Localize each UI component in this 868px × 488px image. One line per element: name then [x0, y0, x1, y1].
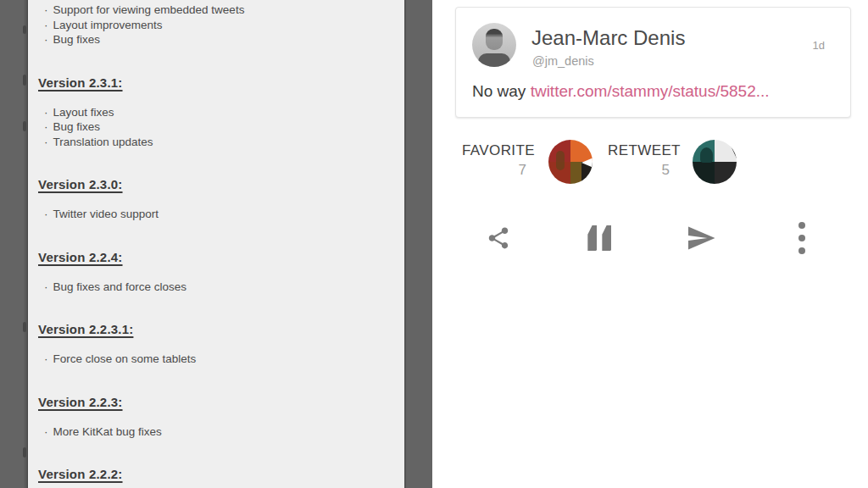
favorite-label: FAVORITE	[462, 142, 531, 159]
dimmed-background: ·Support for viewing embedded tweets·Lay…	[0, 0, 432, 488]
quote-bar	[602, 225, 611, 251]
send-icon[interactable]	[682, 219, 720, 257]
retweet-count: 5	[608, 162, 675, 179]
changelog-version-title: Version 2.3.1:	[38, 76, 396, 90]
avatar-quadrant	[693, 162, 715, 184]
changelog-version-title: Version 2.2.3.1:	[38, 323, 396, 336]
dim-artifact	[23, 447, 26, 458]
avatar-quadrant	[715, 162, 737, 184]
bullet-dot: ·	[44, 135, 48, 150]
avatar-quadrant	[570, 140, 593, 162]
bullet-text: Bug fixes	[53, 32, 101, 47]
changelog-bullet: ·Support for viewing embedded tweets	[38, 3, 396, 18]
changelog-version-title: Version 2.3.0:	[38, 178, 396, 191]
avatar-figure	[556, 151, 565, 170]
tweet-link[interactable]: twitter.com/stammy/status/5852...	[531, 82, 770, 100]
avatar-shoulders-shape	[478, 53, 510, 67]
dim-artifact	[23, 25, 26, 34]
changelog-version-title: Version 2.2.2:	[38, 468, 396, 481]
bullet-text: Twitter video support	[53, 207, 159, 222]
bullet-dot: ·	[44, 3, 48, 18]
retweet-stat[interactable]: RETWEET 5	[608, 142, 675, 179]
changelog-bullet: ·Force close on some tablets	[38, 352, 396, 367]
author-avatar[interactable]	[472, 23, 516, 67]
tweet-actions-bar	[432, 216, 868, 260]
dim-artifact	[23, 322, 26, 332]
bullet-text: Translation updates	[53, 135, 153, 150]
tweet-timestamp: 1d	[813, 39, 825, 52]
tweet-text-prefix: No way	[472, 82, 531, 100]
bullet-dot: ·	[44, 105, 48, 120]
bullet-dot: ·	[44, 32, 48, 47]
bullet-text: Bug fixes and force closes	[53, 280, 187, 295]
bullet-text: More KitKat bug fixes	[53, 424, 162, 440]
avatar-head-shape	[486, 29, 503, 50]
changelog-version-title: Version 2.2.4:	[38, 251, 396, 264]
favorite-users-avatar[interactable]	[548, 140, 593, 184]
author-name: Jean-Marc Denis	[531, 25, 685, 51]
tweet-detail-pane: Jean-Marc Denis @jm_denis 1d No way twit…	[432, 0, 868, 488]
bullet-text: Layout fixes	[53, 105, 114, 120]
changelog-bullet: ·Twitter video support	[38, 207, 396, 222]
changelog-bullet: ·Translation updates	[38, 135, 396, 150]
bullet-dot: ·	[44, 119, 48, 135]
changelog-bullet: ·Bug fixes and force closes	[38, 280, 396, 295]
bullet-text: Support for viewing embedded tweets	[53, 3, 245, 18]
changelog-bullet: ·Layout improvements	[38, 18, 396, 33]
avatar-figure	[700, 147, 713, 163]
bullet-text: Layout improvements	[53, 18, 163, 33]
bullet-dot: ·	[44, 352, 48, 367]
bullet-text: Force close on some tablets	[53, 352, 197, 367]
app-screen: ·Support for viewing embedded tweets·Lay…	[0, 0, 868, 488]
bullet-dot: ·	[44, 280, 48, 295]
overflow-menu-icon[interactable]	[783, 219, 821, 257]
retweet-users-avatar[interactable]	[693, 140, 737, 184]
retweet-label: RETWEET	[608, 142, 675, 159]
quote-bar	[587, 225, 597, 251]
bullet-dot: ·	[44, 207, 48, 222]
changelog-version-title: Version 2.2.3:	[38, 396, 396, 409]
bullet-dot: ·	[44, 424, 48, 440]
dim-artifact	[23, 75, 26, 86]
changelog-bullet: ·More KitKat bug fixes	[38, 424, 396, 440]
favorite-count: 7	[462, 162, 531, 179]
changelog-bullet: ·Layout fixes	[38, 105, 396, 120]
dim-artifact	[23, 121, 26, 131]
bullet-dot: ·	[44, 18, 48, 33]
share-icon[interactable]	[480, 219, 517, 257]
changelog-bullet: ·Bug fixes	[38, 119, 396, 135]
bullet-text: Bug fixes	[53, 119, 101, 135]
author-handle: @jm_denis	[532, 54, 594, 68]
tweet-text: No way twitter.com/stammy/status/5852...	[472, 81, 770, 102]
changelog-bullet: ·Bug fixes	[38, 32, 396, 47]
changelog-dialog[interactable]: ·Support for viewing embedded tweets·Lay…	[28, 0, 404, 488]
favorite-stat[interactable]: FAVORITE 7	[462, 142, 531, 179]
tweet-card[interactable]: Jean-Marc Denis @jm_denis 1d No way twit…	[455, 7, 851, 118]
quote-icon[interactable]	[581, 219, 618, 257]
